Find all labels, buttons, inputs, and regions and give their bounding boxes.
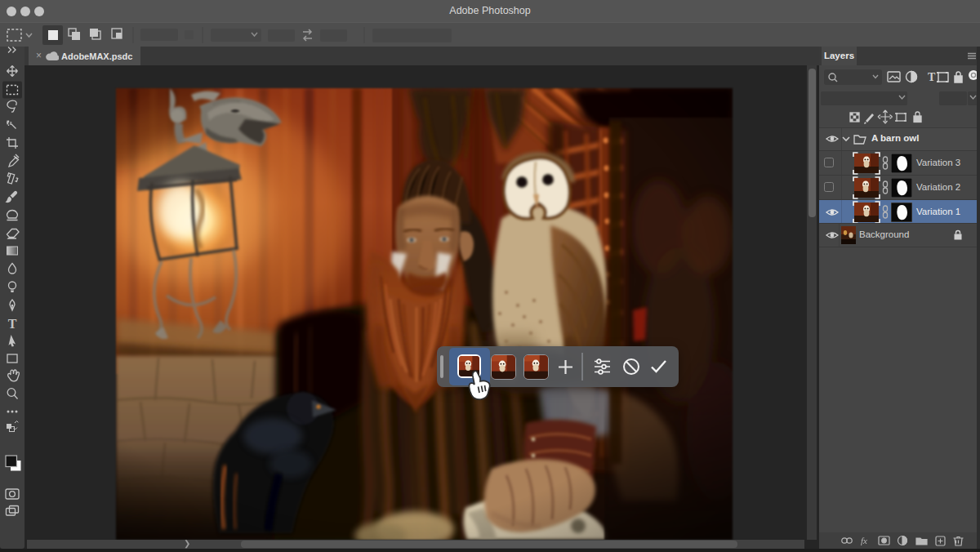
svg-text:T: T [928, 71, 936, 83]
svg-text:fx: fx [861, 536, 867, 545]
svg-text:T: T [8, 317, 17, 331]
